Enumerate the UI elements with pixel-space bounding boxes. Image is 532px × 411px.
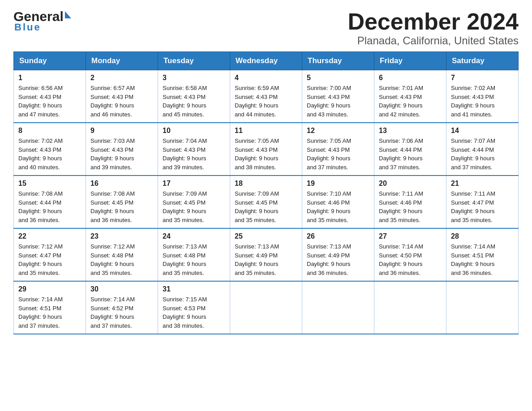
- day-number: 28: [451, 232, 514, 240]
- day-number: 29: [18, 285, 81, 293]
- calendar-day: 11Sunrise: 7:05 AMSunset: 4:43 PMDayligh…: [230, 123, 302, 176]
- calendar-day: 26Sunrise: 7:13 AMSunset: 4:49 PMDayligh…: [302, 228, 374, 281]
- calendar-day: 4Sunrise: 6:59 AMSunset: 4:43 PMDaylight…: [230, 70, 302, 123]
- calendar-week-5: 29Sunrise: 7:14 AMSunset: 4:51 PMDayligh…: [14, 281, 519, 334]
- day-number: 2: [90, 74, 153, 82]
- day-info: Sunrise: 7:03 AMSunset: 4:43 PMDaylight:…: [90, 137, 153, 171]
- calendar-day: 23Sunrise: 7:12 AMSunset: 4:48 PMDayligh…: [86, 228, 158, 281]
- header-friday: Friday: [374, 52, 446, 70]
- calendar-day: 18Sunrise: 7:09 AMSunset: 4:45 PMDayligh…: [230, 176, 302, 228]
- calendar-day: 29Sunrise: 7:14 AMSunset: 4:51 PMDayligh…: [14, 281, 86, 334]
- calendar-day: 19Sunrise: 7:10 AMSunset: 4:46 PMDayligh…: [302, 176, 374, 228]
- calendar-day: 17Sunrise: 7:09 AMSunset: 4:45 PMDayligh…: [158, 176, 230, 228]
- header-monday: Monday: [86, 52, 158, 70]
- day-number: 17: [163, 180, 225, 188]
- day-number: 24: [163, 232, 225, 240]
- page-title: December 2024: [348, 9, 519, 34]
- header-wednesday: Wednesday: [230, 52, 302, 70]
- calendar-day: 1Sunrise: 6:56 AMSunset: 4:43 PMDaylight…: [14, 70, 86, 123]
- calendar-day: 2Sunrise: 6:57 AMSunset: 4:43 PMDaylight…: [86, 70, 158, 123]
- day-number: 4: [235, 74, 297, 82]
- day-info: Sunrise: 7:00 AMSunset: 4:43 PMDaylight:…: [307, 84, 369, 119]
- day-number: 7: [451, 74, 514, 82]
- day-info: Sunrise: 6:57 AMSunset: 4:43 PMDaylight:…: [90, 84, 153, 119]
- day-info: Sunrise: 7:12 AMSunset: 4:47 PMDaylight:…: [18, 242, 81, 277]
- day-number: 10: [163, 127, 225, 135]
- day-info: Sunrise: 7:11 AMSunset: 4:47 PMDaylight:…: [451, 189, 514, 224]
- day-number: 23: [90, 232, 153, 240]
- calendar-day: 8Sunrise: 7:02 AMSunset: 4:43 PMDaylight…: [14, 123, 86, 176]
- day-number: 31: [163, 285, 225, 293]
- day-number: 6: [379, 74, 442, 82]
- calendar-day: 25Sunrise: 7:13 AMSunset: 4:49 PMDayligh…: [230, 228, 302, 281]
- header-sunday: Sunday: [14, 52, 86, 70]
- calendar-day: 21Sunrise: 7:11 AMSunset: 4:47 PMDayligh…: [446, 176, 519, 228]
- day-info: Sunrise: 7:05 AMSunset: 4:43 PMDaylight:…: [235, 137, 297, 171]
- day-info: Sunrise: 7:02 AMSunset: 4:43 PMDaylight:…: [451, 84, 514, 119]
- calendar-body: 1Sunrise: 6:56 AMSunset: 4:43 PMDaylight…: [14, 70, 519, 334]
- calendar-day: [230, 281, 302, 334]
- calendar-day: 22Sunrise: 7:12 AMSunset: 4:47 PMDayligh…: [14, 228, 86, 281]
- day-info: Sunrise: 7:07 AMSunset: 4:44 PMDaylight:…: [451, 137, 514, 171]
- day-number: 26: [307, 232, 369, 240]
- header-saturday: Saturday: [446, 52, 519, 70]
- calendar-week-2: 8Sunrise: 7:02 AMSunset: 4:43 PMDaylight…: [14, 123, 519, 176]
- calendar-day: 14Sunrise: 7:07 AMSunset: 4:44 PMDayligh…: [446, 123, 519, 176]
- day-info: Sunrise: 7:14 AMSunset: 4:50 PMDaylight:…: [379, 242, 442, 277]
- calendar-day: 27Sunrise: 7:14 AMSunset: 4:50 PMDayligh…: [374, 228, 446, 281]
- calendar-day: 16Sunrise: 7:08 AMSunset: 4:45 PMDayligh…: [86, 176, 158, 228]
- day-number: 3: [163, 74, 225, 82]
- calendar-day: 9Sunrise: 7:03 AMSunset: 4:43 PMDaylight…: [86, 123, 158, 176]
- calendar-week-3: 15Sunrise: 7:08 AMSunset: 4:44 PMDayligh…: [14, 176, 519, 228]
- title-block: December 2024 Planada, California, Unite…: [348, 9, 519, 47]
- day-number: 19: [307, 180, 369, 188]
- day-number: 8: [18, 127, 81, 135]
- day-number: 30: [90, 285, 153, 293]
- day-info: Sunrise: 7:11 AMSunset: 4:46 PMDaylight:…: [379, 189, 442, 224]
- calendar-day: 30Sunrise: 7:14 AMSunset: 4:52 PMDayligh…: [86, 281, 158, 334]
- calendar-day: 6Sunrise: 7:01 AMSunset: 4:43 PMDaylight…: [374, 70, 446, 123]
- day-number: 25: [235, 232, 297, 240]
- header-tuesday: Tuesday: [158, 52, 230, 70]
- day-number: 11: [235, 127, 297, 135]
- day-number: 1: [18, 74, 81, 82]
- day-info: Sunrise: 7:08 AMSunset: 4:45 PMDaylight:…: [90, 189, 153, 224]
- calendar-day: 3Sunrise: 6:58 AMSunset: 4:43 PMDaylight…: [158, 70, 230, 123]
- day-number: 27: [379, 232, 442, 240]
- day-info: Sunrise: 7:01 AMSunset: 4:43 PMDaylight:…: [379, 84, 442, 119]
- day-info: Sunrise: 7:08 AMSunset: 4:44 PMDaylight:…: [18, 189, 81, 224]
- day-info: Sunrise: 7:15 AMSunset: 4:53 PMDaylight:…: [163, 295, 225, 330]
- logo-arrow-icon: [65, 11, 71, 18]
- day-info: Sunrise: 7:04 AMSunset: 4:43 PMDaylight:…: [163, 137, 225, 171]
- day-number: 22: [18, 232, 81, 240]
- day-info: Sunrise: 7:13 AMSunset: 4:49 PMDaylight:…: [235, 242, 297, 277]
- calendar-day: 28Sunrise: 7:14 AMSunset: 4:51 PMDayligh…: [446, 228, 519, 281]
- day-number: 20: [379, 180, 442, 188]
- calendar-day: [446, 281, 519, 334]
- logo: General Blue: [13, 9, 71, 33]
- page-subtitle: Planada, California, United States: [348, 34, 519, 47]
- day-number: 14: [451, 127, 514, 135]
- calendar-day: [374, 281, 446, 334]
- header-thursday: Thursday: [302, 52, 374, 70]
- calendar-day: 15Sunrise: 7:08 AMSunset: 4:44 PMDayligh…: [14, 176, 86, 228]
- day-info: Sunrise: 7:13 AMSunset: 4:48 PMDaylight:…: [163, 242, 225, 277]
- day-number: 5: [307, 74, 369, 82]
- day-info: Sunrise: 6:59 AMSunset: 4:43 PMDaylight:…: [235, 84, 297, 119]
- day-info: Sunrise: 7:10 AMSunset: 4:46 PMDaylight:…: [307, 189, 369, 224]
- calendar-day: 31Sunrise: 7:15 AMSunset: 4:53 PMDayligh…: [158, 281, 230, 334]
- calendar-day: 24Sunrise: 7:13 AMSunset: 4:48 PMDayligh…: [158, 228, 230, 281]
- day-info: Sunrise: 6:56 AMSunset: 4:43 PMDaylight:…: [18, 84, 81, 119]
- calendar-day: [302, 281, 374, 334]
- weekday-row: Sunday Monday Tuesday Wednesday Thursday…: [14, 52, 519, 70]
- calendar-table: Sunday Monday Tuesday Wednesday Thursday…: [13, 51, 519, 334]
- day-number: 18: [235, 180, 297, 188]
- day-info: Sunrise: 6:58 AMSunset: 4:43 PMDaylight:…: [163, 84, 225, 119]
- day-number: 13: [379, 127, 442, 135]
- page-header: General Blue December 2024 Planada, Cali…: [13, 9, 519, 47]
- day-info: Sunrise: 7:12 AMSunset: 4:48 PMDaylight:…: [90, 242, 153, 277]
- day-number: 16: [90, 180, 153, 188]
- day-info: Sunrise: 7:05 AMSunset: 4:43 PMDaylight:…: [307, 137, 369, 171]
- day-number: 9: [90, 127, 153, 135]
- day-info: Sunrise: 7:06 AMSunset: 4:44 PMDaylight:…: [379, 137, 442, 171]
